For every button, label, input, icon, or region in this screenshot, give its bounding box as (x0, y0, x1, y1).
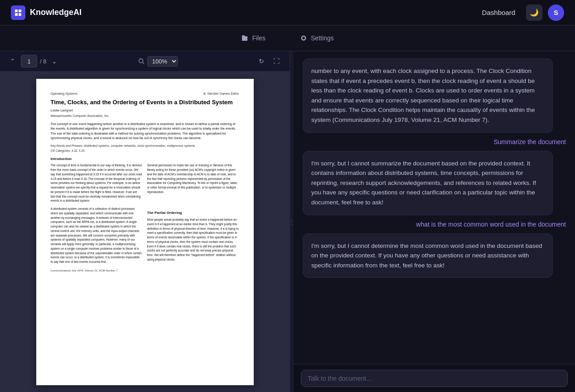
ai-message-1: I'm sorry, but I cannot summarize the do… (303, 151, 553, 215)
pdf-nav-left: ⌃ / 8 ⌄ (7, 55, 60, 68)
pdf-col2: General permission to make fair use or t… (147, 163, 239, 203)
files-icon (241, 34, 248, 42)
user-message-2: what is the most common word used in the… (416, 221, 566, 228)
page-number-input[interactable] (21, 55, 37, 68)
pdf-toolbar-right: ↻ ⛶ (256, 56, 282, 66)
pdf-header-left: Operating Systems (51, 92, 78, 96)
resize-handle[interactable]: ⋮ (290, 51, 294, 392)
chat-messages: number to any event, with each clock ass… (294, 51, 575, 364)
page-next-button[interactable]: ⌄ (49, 56, 60, 66)
header-right: Dashboard 🌙 S (477, 5, 564, 21)
pdf-panel: ⌃ / 8 ⌄ 100% 75% 125% 150% ↻ ⛶ (0, 51, 290, 392)
page-total: / 8 (40, 58, 46, 65)
pdf-title: Time, Clocks, and the Ordering of Events… (51, 99, 239, 106)
header: KnowledgeAI Dashboard 🌙 S (0, 0, 575, 25)
ai-message-2-text: I'm sorry, but I cannot determine the mo… (311, 242, 542, 269)
pdf-two-col-2: A distributed system consists of a colle… (51, 207, 239, 264)
ai-message-context-text: number to any event, with each clock ass… (311, 68, 535, 123)
pdf-partial-title: The Partial Ordering (147, 210, 239, 216)
zoom-select[interactable]: 100% 75% 125% 150% (147, 56, 178, 67)
files-nav-item[interactable]: Files (237, 33, 269, 44)
files-label: Files (252, 34, 266, 42)
svg-rect-3 (19, 13, 21, 16)
pdf-col1: The concept of time is fundamental to ou… (51, 163, 143, 203)
pdf-col2-distributed: A distributed system consists of a colle… (51, 207, 143, 264)
pdf-cr: CR Categories: 4.32, 5.29 (51, 149, 239, 153)
pdf-intro-title: Introduction (51, 156, 239, 161)
theme-toggle-button[interactable]: 🌙 (526, 5, 542, 21)
svg-line-5 (142, 63, 144, 64)
moon-icon: 🌙 (530, 8, 539, 17)
pdf-partial-text: Most people would probably say that an e… (147, 218, 239, 261)
pdf-two-col: The concept of time is fundamental to ou… (51, 163, 239, 203)
pdf-zoom-controls: 100% 75% 125% 150% (138, 56, 178, 67)
zoom-icon (138, 58, 145, 64)
ai-message-1-text: I'm sorry, but I cannot summarize the do… (311, 160, 536, 206)
pdf-page-header: Operating Systems B. Steckler Games Edit… (51, 92, 239, 96)
svg-point-4 (139, 59, 143, 63)
pdf-fullscreen-button[interactable]: ⛶ (271, 56, 282, 66)
pdf-page: Operating Systems B. Steckler Games Edit… (36, 79, 254, 385)
logo-text: KnowledgeAI (30, 8, 82, 17)
pdf-refresh-button[interactable]: ↻ (256, 56, 267, 66)
pdf-header-right: B. Steckler Games Editor (203, 92, 239, 96)
chat-input[interactable] (308, 375, 561, 382)
svg-rect-1 (19, 10, 21, 12)
chat-input-area (294, 364, 575, 392)
dashboard-button[interactable]: Dashboard (477, 6, 521, 19)
main-content: ⌃ / 8 ⌄ 100% 75% 125% 150% ↻ ⛶ (0, 51, 575, 392)
pdf-col2-partial: The Partial Ordering Most people would p… (147, 207, 239, 264)
page-prev-button[interactable]: ⌃ (7, 56, 18, 66)
user-message-2-text: what is the most common word used in the… (416, 221, 566, 228)
pdf-toolbar: ⌃ / 8 ⌄ 100% 75% 125% 150% ↻ ⛶ (0, 51, 290, 72)
logo: KnowledgeAI (11, 5, 82, 20)
user-message-1: Summarize the document (493, 138, 566, 145)
ai-message-context: number to any event, with each clock ass… (303, 58, 553, 133)
settings-label: Settings (311, 34, 334, 42)
svg-rect-2 (15, 13, 18, 16)
logo-icon (11, 5, 25, 20)
toolbar: Files Settings (0, 25, 575, 51)
pdf-abstract: The concept of one event happening befor… (51, 122, 239, 141)
user-avatar-button[interactable]: S (548, 5, 564, 21)
chat-input-wrapper (301, 370, 568, 387)
chat-panel: number to any event, with each clock ass… (294, 51, 575, 392)
pdf-keywords: Key Words and Phrases: distributed syste… (51, 144, 239, 148)
pdf-author: Leslie Lamport (51, 108, 239, 113)
user-message-1-text: Summarize the document (493, 138, 566, 145)
pdf-org: Massachusetts Computer Associates, Inc. (51, 114, 239, 118)
settings-nav-item[interactable]: Settings (296, 33, 338, 44)
svg-rect-0 (15, 10, 18, 12)
settings-icon (300, 34, 307, 42)
ai-message-2: I'm sorry, but I cannot determine the mo… (303, 233, 553, 278)
pdf-col2-main: A distributed system consists of a colle… (51, 207, 239, 264)
pdf-content: Operating Systems B. Steckler Games Edit… (0, 72, 290, 392)
pdf-footer: Communications July 1978, Volume 21, ACM… (51, 269, 239, 272)
pdf-col2-general: General permission to make fair use or t… (147, 164, 238, 194)
